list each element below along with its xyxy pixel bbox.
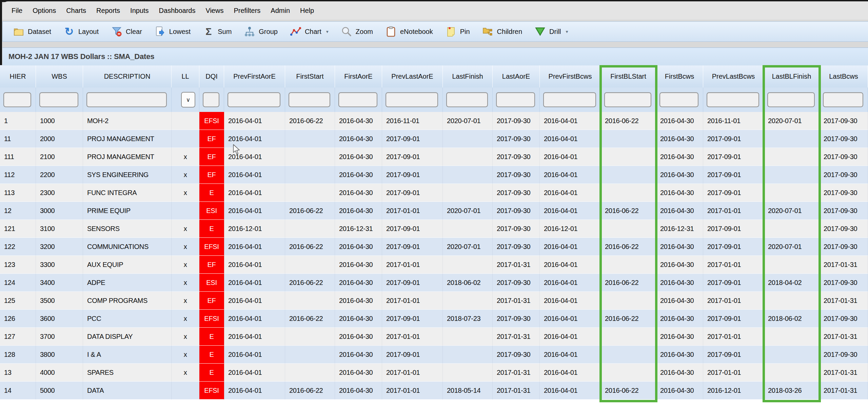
cell-prevlastaore[interactable]: 2017-01-01 bbox=[382, 328, 443, 346]
table-row[interactable]: 1213100SENSORSxE2016-12-012016-12-312017… bbox=[0, 220, 868, 238]
cell-firstblstart[interactable] bbox=[601, 148, 656, 166]
cell-dqi[interactable]: E bbox=[199, 328, 224, 346]
cell-dqi[interactable]: EF bbox=[199, 292, 224, 310]
filter-input-hier[interactable] bbox=[3, 92, 31, 107]
cell-lastbcws[interactable]: 2017-01-31 bbox=[820, 256, 868, 274]
cell-description[interactable]: COMMUNICATIONS bbox=[83, 238, 172, 256]
table-row[interactable]: 112000PROJ MANAGEMENTEF2016-04-012016-04… bbox=[0, 130, 868, 148]
cell-lastbcws[interactable]: 2017-09-30 bbox=[820, 202, 868, 220]
cell-lastaore[interactable]: 2017-09-30 bbox=[493, 166, 540, 184]
cell-firstaore[interactable]: 2016-04-30 bbox=[335, 238, 382, 256]
cell-firststart[interactable] bbox=[285, 130, 335, 148]
cell-firstblstart[interactable] bbox=[601, 328, 656, 346]
cell-firststart[interactable]: 2016-06-22 bbox=[285, 202, 335, 220]
table-row[interactable]: 1223200COMMUNICATIONSxEFSI2016-04-012016… bbox=[0, 238, 868, 256]
cell-prevlastaore[interactable]: 2017-09-01 bbox=[382, 166, 443, 184]
cell-firststart[interactable] bbox=[285, 256, 335, 274]
cell-firstbcws[interactable]: 2016-04-30 bbox=[656, 184, 703, 202]
cell-firstblstart[interactable]: 2016-06-22 bbox=[601, 112, 656, 130]
chevron-down-icon[interactable]: ▾ bbox=[326, 29, 329, 34]
cell-prevlastbcws[interactable]: 2017-09-01 bbox=[703, 274, 764, 292]
filter-input-lastblfinish[interactable] bbox=[767, 92, 815, 107]
menu-item-help[interactable]: Help bbox=[300, 7, 314, 15]
filter-dropdown-ll[interactable]: ∨ bbox=[181, 92, 195, 108]
cell-prevlastbcws[interactable]: 2017-01-01 bbox=[703, 292, 764, 310]
cell-prevfirstaore[interactable]: 2016-04-01 bbox=[224, 166, 285, 184]
cell-firstblstart[interactable] bbox=[601, 292, 656, 310]
cell-lastfinish[interactable] bbox=[443, 148, 493, 166]
cell-hier[interactable]: 112 bbox=[0, 166, 36, 184]
cell-wbs[interactable]: 2100 bbox=[36, 148, 83, 166]
cell-prevfirstbcws[interactable]: 2016-04-01 bbox=[540, 274, 601, 292]
column-header-lastfinish[interactable]: LastFinish bbox=[443, 65, 493, 88]
cell-prevfirstbcws[interactable]: 2016-04-01 bbox=[540, 148, 601, 166]
cell-prevfirstbcws[interactable]: 2016-04-01 bbox=[540, 328, 601, 346]
cell-lastfinish[interactable] bbox=[443, 166, 493, 184]
cell-firstblstart[interactable]: 2016-06-22 bbox=[601, 274, 656, 292]
cell-prevfirstbcws[interactable]: 2016-04-01 bbox=[540, 202, 601, 220]
cell-ll[interactable]: x bbox=[172, 292, 199, 310]
cell-prevlastaore[interactable]: 2017-09-01 bbox=[382, 184, 443, 202]
cell-hier[interactable]: 111 bbox=[0, 148, 36, 166]
cell-firstaore[interactable]: 2016-04-30 bbox=[335, 166, 382, 184]
cell-prevlastbcws[interactable]: 2017-09-01 bbox=[703, 238, 764, 256]
cell-firstbcws[interactable]: 2016-12-31 bbox=[656, 220, 703, 238]
cell-prevfirstbcws[interactable]: 2016-04-01 bbox=[540, 112, 601, 130]
cell-firstaore[interactable]: 2016-04-30 bbox=[335, 274, 382, 292]
cell-ll[interactable]: x bbox=[172, 328, 199, 346]
cell-firstbcws[interactable]: 2016-04-30 bbox=[656, 274, 703, 292]
cell-prevlastaore[interactable]: 2017-01-01 bbox=[382, 202, 443, 220]
cell-prevfirstaore[interactable]: 2016-12-01 bbox=[224, 220, 285, 238]
cell-dqi[interactable]: EFSI bbox=[199, 112, 224, 130]
cell-firststart[interactable]: 2016-06-22 bbox=[285, 310, 335, 328]
toolbar-button-dataset[interactable]: Dataset bbox=[13, 26, 51, 37]
cell-wbs[interactable]: 3800 bbox=[36, 346, 83, 364]
cell-prevfirstaore[interactable]: 2016-04-01 bbox=[224, 148, 285, 166]
cell-lastbcws[interactable]: 2017-01-31 bbox=[820, 292, 868, 310]
cell-dqi[interactable]: E bbox=[199, 220, 224, 238]
cell-ll[interactable]: x bbox=[172, 148, 199, 166]
cell-lastblfinish[interactable] bbox=[764, 292, 820, 310]
cell-firstaore[interactable]: 2016-04-30 bbox=[335, 184, 382, 202]
cell-description[interactable]: PROJ MANAGEMENT bbox=[83, 148, 172, 166]
cell-dqi[interactable]: EF bbox=[199, 166, 224, 184]
cell-firstbcws[interactable]: 2016-04-30 bbox=[656, 292, 703, 310]
toolbar-button-chart[interactable]: Chart▾ bbox=[290, 26, 329, 37]
table-row[interactable]: 1273700DATA DISPLAYxE2016-04-012016-04-3… bbox=[0, 328, 868, 346]
cell-lastblfinish[interactable]: 2020-07-01 bbox=[764, 112, 820, 130]
cell-prevlastaore[interactable]: 2017-01-01 bbox=[382, 292, 443, 310]
cell-prevfirstbcws[interactable]: 2016-04-01 bbox=[540, 238, 601, 256]
cell-lastbcws[interactable]: 2017-09-30 bbox=[820, 346, 868, 364]
filter-input-prevfirstaore[interactable] bbox=[228, 92, 280, 107]
toolbar-button-drill[interactable]: Drill▾ bbox=[534, 26, 568, 37]
cell-lastfinish[interactable] bbox=[443, 256, 493, 274]
column-header-description[interactable]: DESCRIPTION bbox=[83, 65, 172, 88]
cell-hier[interactable]: 14 bbox=[0, 382, 36, 400]
cell-firstblstart[interactable] bbox=[601, 130, 656, 148]
filter-input-lastfinish[interactable] bbox=[446, 92, 488, 107]
cell-ll[interactable]: x bbox=[172, 274, 199, 292]
cell-lastbcws[interactable]: 2017-09-30 bbox=[820, 310, 868, 328]
cell-firststart[interactable]: 2016-06-22 bbox=[285, 112, 335, 130]
cell-ll[interactable]: x bbox=[172, 346, 199, 364]
cell-prevfirstaore[interactable]: 2016-04-01 bbox=[224, 328, 285, 346]
cell-prevfirstaore[interactable]: 2016-04-01 bbox=[224, 184, 285, 202]
filter-input-firstblstart[interactable] bbox=[604, 92, 651, 107]
table-row[interactable]: 11000MOH-2EFSI2016-04-012016-06-222016-0… bbox=[0, 112, 868, 130]
cell-firstbcws[interactable]: 2016-04-30 bbox=[656, 148, 703, 166]
cell-lastaore[interactable]: 2017-09-30 bbox=[493, 220, 540, 238]
cell-description[interactable]: AUX EQUIP bbox=[83, 256, 172, 274]
column-header-lastbcws[interactable]: LastBcws bbox=[820, 65, 868, 88]
cell-firstbcws[interactable]: 2016-04-30 bbox=[656, 202, 703, 220]
cell-firststart[interactable] bbox=[285, 346, 335, 364]
cell-firststart[interactable]: 2016-06-22 bbox=[285, 238, 335, 256]
cell-lastbcws[interactable]: 2017-01-31 bbox=[820, 364, 868, 382]
cell-prevfirstaore[interactable]: 2016-04-01 bbox=[224, 364, 285, 382]
cell-firstbcws[interactable]: 2016-04-30 bbox=[656, 256, 703, 274]
cell-prevlastbcws[interactable]: 2017-09-01 bbox=[703, 166, 764, 184]
cell-prevfirstbcws[interactable]: 2016-04-01 bbox=[540, 184, 601, 202]
cell-firststart[interactable] bbox=[285, 292, 335, 310]
cell-prevlastbcws[interactable]: 2017-09-01 bbox=[703, 148, 764, 166]
cell-lastaore[interactable]: 2017-09-30 bbox=[493, 112, 540, 130]
cell-prevlastbcws[interactable]: 2017-09-01 bbox=[703, 346, 764, 364]
